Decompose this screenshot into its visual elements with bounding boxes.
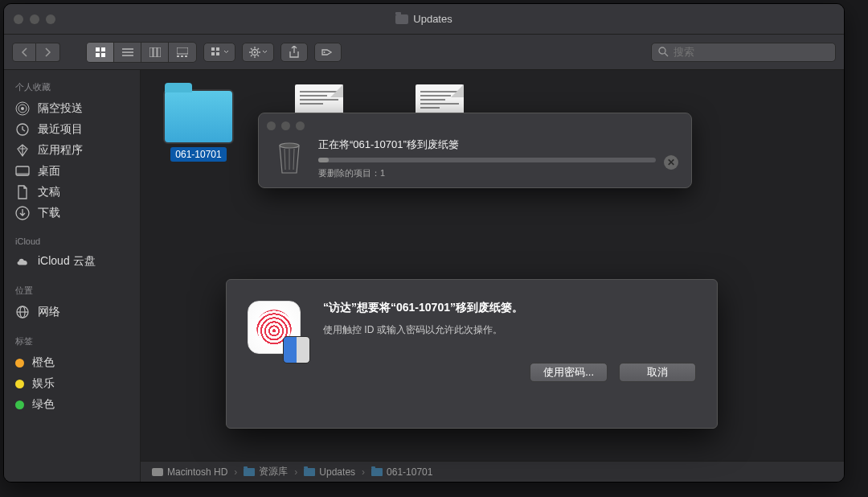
svg-point-41	[280, 143, 299, 148]
sidebar-item-label: 橙色	[32, 355, 55, 370]
progress-subtitle: 要删除的项目：1	[318, 167, 678, 179]
svg-rect-8	[154, 47, 157, 57]
folder-icon	[395, 14, 408, 24]
sidebar-item-airdrop[interactable]: 隔空投送	[4, 98, 140, 119]
svg-point-29	[659, 47, 665, 54]
action-button[interactable]	[242, 43, 274, 62]
cancel-button[interactable]: 取消	[619, 363, 696, 382]
sidebar-item-icloud[interactable]: iCloud 云盘	[4, 251, 140, 272]
svg-line-30	[665, 53, 668, 56]
svg-line-24	[251, 48, 252, 50]
view-icons-button[interactable]	[87, 43, 114, 62]
auth-body: “访达”想要将“061-10701”移到废纸篓。 使用触控 ID 或输入密码以允…	[323, 301, 696, 412]
chevron-right-icon: ›	[234, 466, 237, 478]
auth-icon	[248, 301, 305, 359]
svg-line-27	[251, 55, 252, 56]
tags-button[interactable]	[314, 43, 342, 62]
svg-point-28	[324, 51, 326, 53]
path-item[interactable]: 资源库	[244, 465, 288, 479]
minimize-window-button[interactable]	[30, 14, 39, 24]
view-list-button[interactable]	[114, 43, 141, 62]
progress-title: 正在将“061-10701”移到废纸篓	[318, 138, 678, 152]
sidebar-item-label: 桌面	[38, 164, 60, 179]
maximize-window-button[interactable]	[46, 14, 55, 24]
sidebar-item-network[interactable]: 网络	[4, 302, 140, 322]
path-bar: Macintosh HD › 资源库 › Updates › 061-10701	[141, 461, 844, 482]
svg-rect-7	[149, 47, 153, 57]
sidebar-item-label: iCloud 云盘	[38, 254, 96, 269]
sidebar-item-label: 文稿	[38, 185, 60, 199]
tag-dot-icon	[15, 380, 24, 388]
auth-dialog: “访达”想要将“061-10701”移到废纸篓。 使用触控 ID 或输入密码以允…	[226, 279, 718, 429]
cancel-progress-button[interactable]: ✕	[664, 155, 678, 170]
titlebar: Updates	[4, 4, 844, 35]
svg-rect-12	[181, 55, 183, 57]
sidebar-item-downloads[interactable]: 下载	[4, 203, 140, 224]
svg-rect-36	[16, 173, 29, 175]
svg-rect-9	[158, 47, 161, 57]
chevron-right-icon: ›	[294, 466, 297, 478]
sidebar-item-desktop[interactable]: 桌面	[4, 161, 140, 182]
folder-icon	[371, 468, 383, 476]
sidebar-tag-green[interactable]: 绿色	[4, 394, 140, 415]
progress-bar	[318, 158, 656, 162]
search-field[interactable]	[651, 43, 836, 62]
search-icon	[658, 47, 669, 57]
folder-icon	[165, 91, 232, 142]
file-label: 061-10701	[170, 147, 226, 162]
progress-fill	[318, 158, 329, 162]
share-button[interactable]	[280, 43, 308, 62]
back-button[interactable]	[12, 43, 36, 62]
sidebar-item-recents[interactable]: 最近项目	[4, 119, 140, 140]
share-icon	[289, 46, 300, 59]
minimize-window-button[interactable]	[281, 121, 290, 130]
maximize-window-button[interactable]	[296, 121, 305, 130]
path-item[interactable]: Macintosh HD	[152, 466, 227, 478]
svg-rect-2	[96, 53, 100, 57]
view-gallery-button[interactable]	[169, 43, 196, 62]
arrange-button[interactable]	[203, 43, 235, 62]
svg-rect-17	[216, 52, 219, 55]
window-title: Updates	[395, 13, 452, 25]
sidebar-tag-yellow[interactable]: 娱乐	[4, 373, 140, 394]
svg-point-19	[253, 51, 255, 52]
use-password-button[interactable]: 使用密码...	[530, 363, 608, 382]
close-window-button[interactable]	[267, 121, 276, 130]
sidebar-tag-orange[interactable]: 橙色	[4, 352, 140, 373]
traffic-lights	[267, 121, 305, 130]
file-item-folder[interactable]: 061-10701	[158, 84, 239, 162]
chevron-right-icon: ›	[362, 466, 365, 478]
nav-group	[12, 43, 60, 62]
search-input[interactable]	[674, 46, 829, 58]
sidebar-header-locations: 位置	[4, 280, 140, 302]
close-window-button[interactable]	[14, 14, 23, 24]
path-item[interactable]: Updates	[304, 466, 355, 478]
chevron-down-icon	[262, 50, 268, 54]
svg-point-31	[21, 107, 24, 110]
path-item[interactable]: 061-10701	[371, 466, 432, 478]
sidebar-item-documents[interactable]: 文稿	[4, 182, 140, 203]
toolbar	[4, 35, 844, 70]
svg-line-25	[257, 55, 259, 56]
svg-rect-0	[96, 47, 100, 51]
auth-subtitle: 使用触控 ID 或输入密码以允许此次操作。	[323, 323, 696, 337]
sidebar-header-favorites: 个人收藏	[4, 76, 140, 98]
path-label: 资源库	[259, 465, 288, 479]
view-mode-group	[86, 42, 197, 63]
svg-line-26	[257, 48, 259, 50]
svg-rect-11	[177, 55, 179, 57]
sidebar-item-label: 绿色	[32, 397, 55, 412]
svg-rect-16	[211, 52, 215, 55]
svg-rect-1	[101, 47, 105, 51]
progress-body: 正在将“061-10701”移到废纸篓 要删除的项目：1	[318, 138, 678, 179]
forward-button[interactable]	[36, 43, 60, 62]
view-columns-button[interactable]	[141, 43, 169, 62]
auth-buttons: 使用密码... 取消	[323, 363, 696, 382]
airdrop-icon	[15, 101, 30, 116]
sidebar-item-label: 最近项目	[38, 122, 83, 137]
hdd-icon	[152, 468, 163, 476]
tag-dot-icon	[15, 400, 24, 409]
sidebar-item-applications[interactable]: 应用程序	[4, 140, 140, 161]
desktop-icon	[15, 164, 30, 179]
documents-icon	[15, 185, 30, 199]
